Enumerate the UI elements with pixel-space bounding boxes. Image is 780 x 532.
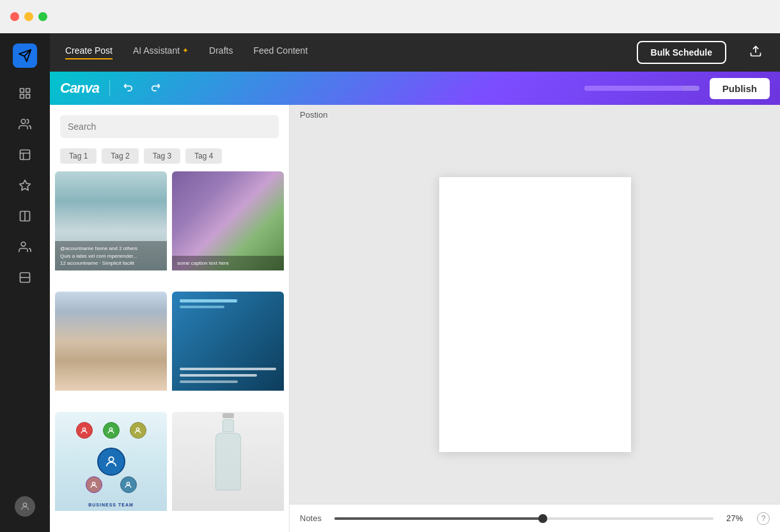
bottle-cap	[222, 413, 234, 418]
svg-rect-7	[20, 150, 30, 160]
help-button[interactable]: ?	[757, 512, 770, 525]
zoom-slider-fill	[334, 517, 543, 520]
image-blue[interactable]	[172, 292, 284, 391]
people-2-icon	[17, 239, 33, 254]
sidebar-item-star[interactable]	[8, 173, 42, 198]
bulk-schedule-button[interactable]: Bulk Schedule	[637, 41, 726, 64]
image-flower[interactable]: some caption text here	[172, 171, 284, 270]
sidebar-item-columns[interactable]	[8, 203, 42, 229]
text-line-2	[180, 374, 257, 377]
list-item[interactable]	[55, 292, 167, 407]
titlebar	[0, 0, 780, 33]
undo-button[interactable]	[120, 79, 137, 98]
team-label: BUSINESS TEAM	[55, 503, 167, 507]
svg-point-22	[92, 482, 95, 485]
search-area	[50, 105, 289, 143]
people-icon	[17, 116, 33, 132]
canva-editor: Canva	[50, 72, 780, 532]
sidebar-item-team[interactable]	[8, 111, 42, 137]
canvas-footer: Notes 27% ?	[290, 504, 780, 532]
filter-tag-4[interactable]: Tag 4	[185, 148, 222, 164]
svg-point-13	[21, 242, 26, 247]
editor-body: Tag 1 Tag 2 Tag 3 Tag 4 @acountname home…	[50, 105, 780, 532]
filter-tag-1[interactable]: Tag 1	[60, 148, 97, 164]
bottle-neck	[222, 419, 234, 432]
list-item[interactable]	[172, 292, 284, 407]
svg-rect-5	[26, 95, 30, 98]
minimize-button[interactable]	[24, 12, 33, 21]
svg-point-16	[23, 503, 26, 506]
progress-bar	[584, 86, 699, 91]
columns-icon	[17, 208, 33, 224]
canva-logo: Canva	[60, 80, 99, 97]
list-item[interactable]: BUSINESS TEAM	[55, 412, 167, 527]
svg-point-21	[136, 428, 139, 430]
image-parent[interactable]	[55, 292, 167, 391]
image-bottle[interactable]	[172, 412, 284, 511]
layout-icon	[17, 147, 33, 162]
image-overlay: some caption text here	[172, 256, 284, 270]
image-team[interactable]: BUSINESS TEAM	[55, 412, 167, 511]
svg-point-20	[109, 428, 112, 430]
sidebar-item-people2[interactable]	[8, 234, 42, 260]
svg-point-23	[127, 482, 129, 485]
user-avatar[interactable]	[15, 496, 35, 517]
canvas-area: Postion Notes 27% ?	[290, 105, 780, 532]
app-logo[interactable]	[13, 43, 37, 68]
tab-create-post[interactable]: Create Post	[65, 45, 113, 59]
text-line-1	[180, 368, 276, 370]
sidebar-item-layout[interactable]	[8, 142, 42, 168]
tab-drafts[interactable]: Drafts	[209, 45, 233, 59]
zoom-slider-thumb[interactable]	[538, 514, 547, 523]
svg-marker-10	[20, 180, 31, 191]
image-text-overlay	[180, 299, 237, 308]
sidebar-item-layout2[interactable]	[8, 265, 42, 290]
redo-button[interactable]	[147, 79, 164, 98]
tab-ai-assistant[interactable]: AI Assistant ✦	[133, 45, 189, 59]
app-container: Create Post AI Assistant ✦ Drafts Feed C…	[0, 33, 780, 532]
toolbar-divider	[109, 81, 110, 96]
layout-2-icon	[17, 270, 33, 285]
bottle-shape	[215, 433, 241, 490]
image-overlay: @acountname home and 2 othersQuis a labi…	[55, 241, 167, 270]
left-panel: Tag 1 Tag 2 Tag 3 Tag 4 @acountname home…	[50, 105, 290, 532]
canva-toolbar: Canva	[50, 72, 780, 105]
image-car[interactable]: @acountname home and 2 othersQuis a labi…	[55, 171, 167, 270]
export-button[interactable]	[747, 42, 765, 63]
list-item[interactable]: some caption text here	[172, 171, 284, 286]
svg-point-18	[109, 457, 113, 461]
sidebar-item-grid[interactable]	[8, 81, 42, 106]
left-sidebar	[0, 33, 50, 532]
tab-feed-content[interactable]: Feed Content	[253, 45, 308, 59]
canvas-page[interactable]	[439, 177, 631, 452]
image-grid: @acountname home and 2 othersQuis a labi…	[50, 171, 289, 532]
grid-icon	[17, 86, 33, 101]
maximize-button[interactable]	[38, 12, 47, 21]
svg-rect-2	[20, 89, 24, 93]
search-input[interactable]	[60, 115, 279, 138]
filter-tag-3[interactable]: Tag 3	[144, 148, 180, 164]
ai-stars-icon: ✦	[182, 46, 189, 55]
list-item[interactable]: @acountname home and 2 othersQuis a labi…	[55, 171, 167, 286]
svg-point-19	[82, 428, 85, 430]
star-icon	[17, 178, 33, 193]
list-item[interactable]	[172, 412, 284, 527]
notes-label: Notes	[300, 513, 322, 523]
svg-point-6	[21, 120, 26, 124]
filter-tag-2[interactable]: Tag 2	[102, 148, 138, 164]
main-content: Create Post AI Assistant ✦ Drafts Feed C…	[50, 33, 780, 532]
zoom-percent-label: 27%	[726, 513, 749, 523]
svg-rect-4	[20, 95, 24, 98]
svg-rect-3	[26, 89, 30, 93]
text-line-3	[180, 380, 238, 383]
filter-tags: Tag 1 Tag 2 Tag 3 Tag 4	[50, 143, 289, 171]
zoom-slider[interactable]	[334, 517, 714, 520]
close-button[interactable]	[10, 12, 19, 21]
canvas-viewport[interactable]	[290, 125, 780, 504]
top-navigation: Create Post AI Assistant ✦ Drafts Feed C…	[50, 33, 780, 72]
canvas-position-label: Postion	[290, 105, 780, 125]
progress-fill	[584, 86, 682, 91]
publish-button[interactable]: Publish	[710, 78, 770, 99]
